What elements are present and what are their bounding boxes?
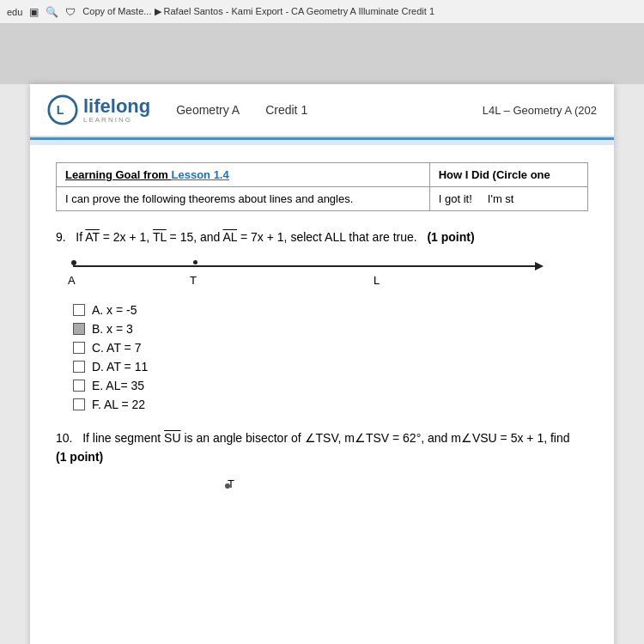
doc-header: L lifelong LEARNING Geometry A Credit 1 … — [30, 84, 614, 137]
tab-icon: ▣ — [29, 6, 39, 18]
logo-svg: L — [47, 94, 78, 125]
search-icon[interactable]: 🔍 — [46, 6, 58, 18]
logo-area: L lifelong LEARNING — [47, 94, 150, 125]
choice-c[interactable]: C. AT = 7 — [73, 341, 588, 355]
choice-f[interactable]: F. AL = 22 — [73, 398, 588, 411]
checkbox-f[interactable] — [73, 398, 85, 410]
dot-a — [71, 260, 76, 265]
q10-su: SU — [164, 431, 180, 445]
logo-text: lifelong — [83, 97, 150, 116]
choice-a-label: A. x = -5 — [92, 303, 137, 317]
q9-pre: If — [76, 230, 85, 244]
svg-text:L: L — [57, 103, 64, 117]
gray-top-area — [0, 24, 644, 84]
q9-al: AL — [223, 230, 238, 244]
choice-e-label: E. AL= 35 — [92, 379, 144, 392]
nav-credit: Credit 1 — [265, 103, 307, 117]
t-dot-svg — [224, 483, 231, 489]
choice-e[interactable]: E. AL= 35 — [73, 379, 588, 392]
q9-eq3: = 7x + 1, select ALL that are true. — [240, 230, 417, 244]
checkbox-a[interactable] — [73, 304, 85, 316]
checkbox-e[interactable] — [73, 380, 85, 392]
q9-tl: TL — [153, 230, 167, 244]
q9-number: 9. — [56, 230, 66, 244]
checkbox-c[interactable] — [73, 342, 85, 354]
doc-body: Learning Goal from Lesson 1.4 How I Did … — [30, 145, 614, 519]
breadcrumb-text: Copy of Maste... ▶ Rafael Santos - Kami … — [82, 6, 434, 17]
browser-chrome: edu ▣ 🔍 🛡 Copy of Maste... ▶ Rafael Sant… — [0, 0, 644, 24]
shield-icon: 🛡 — [65, 6, 76, 18]
table-header-goal: Learning Goal from Lesson 1.4 — [57, 163, 430, 187]
label-l: L — [374, 274, 380, 287]
page-content: L lifelong LEARNING Geometry A Credit 1 … — [0, 24, 644, 644]
im-still: I'm st — [488, 192, 514, 205]
table-cell-goal: I can prove the following theorems about… — [57, 187, 430, 211]
i-got-it: I got it! — [439, 192, 472, 205]
label-a: A — [68, 274, 76, 287]
answer-choices: A. x = -5 B. x = 3 C. AT = 7 D. AT = 11 — [73, 303, 588, 411]
q10-text2: is an angle bisector of ∠TSV, m∠TSV = 62… — [184, 431, 569, 445]
nav-l4l: L4L – Geometry A (202 — [483, 104, 597, 117]
checkbox-b[interactable] — [73, 323, 85, 335]
table-header-how: How I Did (Circle one — [429, 163, 587, 187]
choice-d-label: D. AT = 11 — [92, 360, 148, 374]
choice-d[interactable]: D. AT = 11 — [73, 360, 588, 374]
question-9-text: 9. If AT = 2x + 1, TL = 15, and AL = 7x … — [56, 228, 588, 246]
q9-points: (1 point) — [427, 230, 474, 244]
q9-eq2: = 15, and — [170, 230, 223, 244]
edu-icon: edu — [7, 7, 22, 17]
q10-points: (1 point) — [56, 450, 103, 464]
dot-t — [193, 260, 197, 264]
learning-table: Learning Goal from Lesson 1.4 How I Did … — [56, 162, 588, 211]
document: L lifelong LEARNING Geometry A Credit 1 … — [30, 84, 614, 644]
question-9: 9. If AT = 2x + 1, TL = 15, and AL = 7x … — [56, 228, 588, 411]
choice-f-label: F. AL = 22 — [92, 398, 145, 411]
q9-at: AT — [85, 230, 100, 244]
q9-eq1: = 2x + 1, — [103, 230, 153, 244]
checkbox-d[interactable] — [73, 361, 85, 373]
nav-items: Geometry A Credit 1 L4L – Geometry A (20… — [176, 103, 597, 117]
line-diagram: A T L — [56, 255, 588, 289]
choice-c-label: C. AT = 7 — [92, 341, 141, 355]
choice-b-label: B. x = 3 — [92, 322, 133, 336]
small-diagram: T — [56, 476, 588, 501]
choice-b[interactable]: B. x = 3 — [73, 322, 588, 336]
svg-point-2 — [225, 483, 230, 489]
label-t: T — [190, 274, 197, 287]
q10-text: If line segment — [82, 431, 164, 445]
q10-number: 10. — [56, 431, 72, 445]
question-10: 10. If line segment SU is an angle bisec… — [56, 428, 588, 501]
choice-a[interactable]: A. x = -5 — [73, 303, 588, 317]
nav-geometry: Geometry A — [176, 103, 240, 117]
table-cell-how: I got it! I'm st — [429, 187, 587, 211]
logo-subtext: LEARNING — [83, 116, 150, 124]
geo-line — [73, 265, 537, 267]
